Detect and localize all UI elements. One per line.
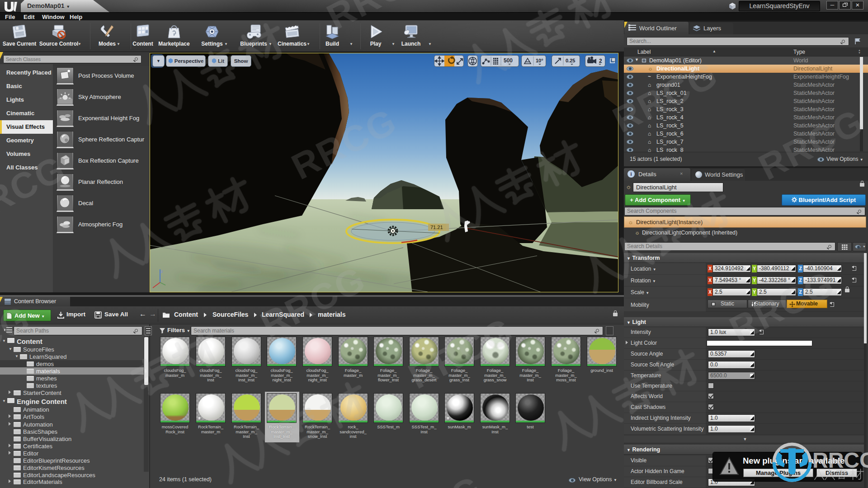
svg-text:71.21: 71.21	[430, 225, 443, 230]
svg-text:0.25: 0.25	[566, 58, 575, 63]
svg-text:z: z	[161, 269, 163, 274]
svg-text:500: 500	[504, 57, 513, 64]
svg-text:10°: 10°	[536, 58, 543, 63]
svg-text:2: 2	[599, 58, 602, 64]
